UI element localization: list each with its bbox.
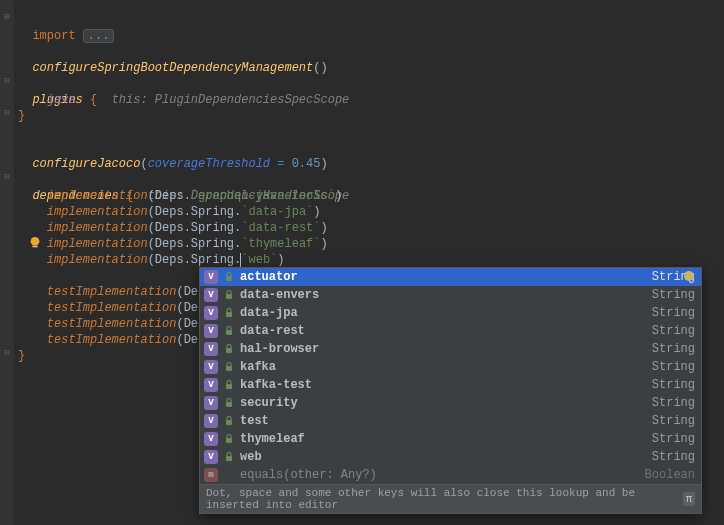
completion-item[interactable]: Vhal-browserString: [200, 340, 701, 358]
completion-type: String: [652, 414, 695, 428]
completion-label: equals(other: Any?): [240, 468, 639, 482]
lock-icon: [224, 290, 234, 300]
completion-item[interactable]: VthymeleafString: [200, 430, 701, 448]
completion-label: security: [240, 396, 646, 410]
completion-item[interactable]: VsecurityString: [200, 394, 701, 412]
completion-label: actuator: [240, 270, 646, 284]
kind-badge-icon: V: [204, 396, 218, 410]
code-line[interactable]: }: [18, 348, 25, 364]
code-line[interactable]: implementation(Deps.`graphql-java-tools`…: [18, 188, 342, 204]
code-line[interactable]: testImplementation(Dep: [18, 332, 205, 348]
completion-label: thymeleaf: [240, 432, 646, 446]
svg-rect-12: [226, 438, 232, 443]
completion-type: String: [652, 450, 695, 464]
kind-badge-icon: V: [204, 414, 218, 428]
svg-rect-7: [226, 348, 232, 353]
code-line[interactable]: implementation(Deps.Spring.`data-jpa`): [18, 204, 321, 220]
completion-label: data-rest: [240, 324, 646, 338]
completion-item[interactable]: VwebString: [200, 448, 701, 466]
completion-hint-text: Dot, space and some other keys will also…: [206, 487, 683, 511]
lock-icon: [224, 308, 234, 318]
code-line[interactable]: }: [18, 108, 25, 124]
kind-badge-icon: V: [204, 450, 218, 464]
completion-item[interactable]: VtestString: [200, 412, 701, 430]
completion-label: web: [240, 450, 646, 464]
completion-type: String: [652, 324, 695, 338]
completion-item[interactable]: Vkafka-testString: [200, 376, 701, 394]
kind-badge-icon: V: [204, 324, 218, 338]
ident: java: [47, 93, 76, 107]
kind-badge-icon: V: [204, 432, 218, 446]
completion-type: String: [652, 342, 695, 356]
completion-type: String: [652, 360, 695, 374]
completion-label: kafka-test: [240, 378, 646, 392]
completion-type: String: [652, 432, 695, 446]
hint-corner-icon: [683, 270, 695, 282]
lock-icon: [224, 380, 234, 390]
kind-badge-icon: V: [204, 342, 218, 356]
lock-icon: [224, 272, 234, 282]
lock-icon: [224, 326, 234, 336]
code-line[interactable]: configureSpringBootDependencyManagement(…: [18, 44, 328, 76]
completion-label: data-jpa: [240, 306, 646, 320]
code-line[interactable]: testImplementation(Dep: [18, 300, 205, 316]
completion-hint-bar: Dot, space and some other keys will also…: [200, 484, 701, 513]
named-param: coverageThreshold =: [148, 157, 292, 171]
svg-rect-6: [226, 330, 232, 335]
completion-item[interactable]: VactuatorString: [200, 268, 701, 286]
kind-badge-icon: V: [204, 378, 218, 392]
completion-label: test: [240, 414, 646, 428]
fold-marker[interactable]: ⊟: [2, 76, 12, 86]
completion-label: hal-browser: [240, 342, 646, 356]
code-line[interactable]: configureJacoco(coverageThreshold = 0.45…: [18, 140, 328, 172]
svg-rect-3: [226, 276, 232, 281]
svg-rect-10: [226, 402, 232, 407]
completion-type: String: [652, 378, 695, 392]
completion-label: data-envers: [240, 288, 646, 302]
code-line[interactable]: testImplementation(Dep: [18, 316, 205, 332]
completion-type: String: [652, 396, 695, 410]
code-line[interactable]: testImplementation(Dep: [18, 284, 205, 300]
svg-rect-5: [226, 312, 232, 317]
completion-item[interactable]: mequals(other: Any?)Boolean: [200, 466, 701, 484]
lock-icon: [224, 398, 234, 408]
svg-rect-11: [226, 420, 232, 425]
svg-rect-13: [226, 456, 232, 461]
completion-popup: VactuatorStringVdata-enversStringVdata-j…: [199, 267, 702, 514]
completion-item[interactable]: Vdata-jpaString: [200, 304, 701, 322]
code-line[interactable]: import ...: [18, 12, 114, 44]
completion-type: Boolean: [645, 468, 695, 482]
fold-marker[interactable]: ⊟: [2, 348, 12, 358]
svg-rect-8: [226, 366, 232, 371]
kind-badge-icon: V: [204, 306, 218, 320]
code-line[interactable]: implementation(Deps.Spring.`web`): [18, 252, 285, 268]
code-line[interactable]: implementation(Deps.Spring.`thymeleaf`): [18, 236, 328, 252]
fn-call: configureSpringBootDependencyManagement: [32, 61, 313, 75]
fn-call: configureJacoco: [32, 157, 140, 171]
completion-type: String: [652, 306, 695, 320]
svg-rect-9: [226, 384, 232, 389]
code-line[interactable]: implementation(Deps.Spring.`data-rest`): [18, 220, 328, 236]
keyword-import: import: [32, 29, 75, 43]
pi-icon[interactable]: π: [683, 492, 695, 506]
lock-icon: [224, 416, 234, 426]
folded-region[interactable]: ...: [83, 29, 115, 43]
completion-item[interactable]: Vdata-restString: [200, 322, 701, 340]
kind-badge-icon: m: [204, 468, 218, 482]
lock-icon: [224, 362, 234, 372]
code-line[interactable]: java: [18, 92, 76, 108]
completion-item[interactable]: VkafkaString: [200, 358, 701, 376]
number: 0.45: [292, 157, 321, 171]
kind-badge-icon: V: [204, 288, 218, 302]
completion-item[interactable]: Vdata-enversString: [200, 286, 701, 304]
lock-icon: [224, 452, 234, 462]
completion-type: String: [652, 288, 695, 302]
svg-point-2: [684, 271, 694, 281]
completion-label: kafka: [240, 360, 646, 374]
fold-marker[interactable]: ⊟: [2, 108, 12, 118]
lock-icon: [224, 344, 234, 354]
kind-badge-icon: V: [204, 360, 218, 374]
fold-marker[interactable]: ⊞: [2, 12, 12, 22]
svg-rect-4: [226, 294, 232, 299]
fold-marker[interactable]: ⊟: [2, 172, 12, 182]
